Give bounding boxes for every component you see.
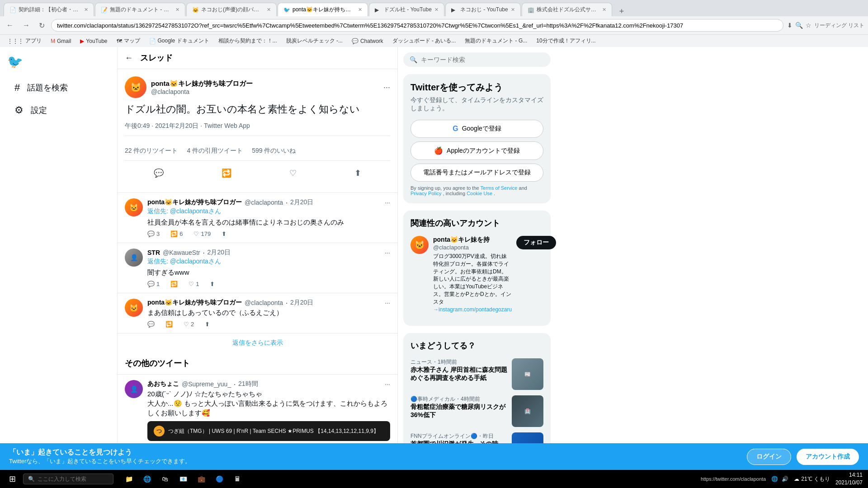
taskbar-search-input[interactable] bbox=[38, 476, 108, 482]
more-options-button[interactable]: ··· bbox=[383, 83, 390, 92]
bookmark-chatwork[interactable]: 💬 Chatwork bbox=[348, 37, 387, 45]
bookmark-dashboard[interactable]: ダッシュボード - あいる... bbox=[389, 36, 460, 46]
taskbar-search-box[interactable]: 🔍 bbox=[23, 474, 113, 484]
trend-item-1[interactable]: ニュース・1時間前 赤木雅子さん 岸田首相に森友問題めぐる再調査を求める手紙 📰 bbox=[410, 358, 543, 390]
bookmarks-bar: ⋮⋮⋮ アプリ M Gmail ▶ YouTube 🗺 マップ 📄 Google… bbox=[0, 34, 868, 47]
reply-1-like[interactable]: ♡ 179 bbox=[193, 230, 211, 237]
bookmark-label-6: 脱炭レベルチェック -... bbox=[286, 37, 343, 45]
reply-3-share[interactable]: ⬆ bbox=[205, 321, 210, 328]
reply-1-more[interactable]: ··· bbox=[385, 199, 390, 206]
instagram-link[interactable]: →instagram.com/pontadegozaru bbox=[433, 306, 512, 313]
tab-7[interactable]: 🏢 株式会社ドズル公式サイト｜クリエイ... ✕ bbox=[522, 3, 612, 16]
phone-register-button[interactable]: 電話番号またはメールアドレスで登録 bbox=[410, 164, 543, 182]
reply-3-comment[interactable]: 💬 bbox=[147, 321, 155, 328]
like-button[interactable]: ♡ bbox=[286, 164, 300, 182]
bookmark-affiliate[interactable]: 10分で作成！アフィリ... bbox=[533, 36, 599, 46]
taskbar-app-store[interactable]: 🛍 bbox=[157, 471, 173, 487]
cookie-link[interactable]: Cookie Use bbox=[467, 191, 492, 196]
start-button[interactable]: ⊞ bbox=[5, 472, 19, 486]
banner-text-area: 「いま」起きていることを見つけよう Twitterなら、「いま」起きていることを… bbox=[9, 448, 191, 465]
back-arrow-button[interactable]: ← bbox=[125, 53, 133, 63]
taskbar-app-chrome[interactable]: 🔵 bbox=[211, 471, 227, 487]
reply-1-name: ponta🐱キレ妹が持ち味ブロガー bbox=[147, 198, 242, 206]
reply-3-more[interactable]: ··· bbox=[385, 299, 390, 306]
new-tab-button[interactable]: + bbox=[615, 7, 629, 16]
tab-close-1[interactable]: ✕ bbox=[84, 7, 88, 13]
reply-1-comment[interactable]: 💬 3 bbox=[147, 230, 160, 237]
privacy-link[interactable]: Privacy Policy bbox=[410, 191, 441, 196]
sidebar-item-search[interactable]: # 話題を検索 bbox=[7, 76, 110, 99]
forward-button[interactable]: → bbox=[20, 19, 33, 31]
bookmark-notitle[interactable]: 無題のドキュメント - G... bbox=[461, 36, 531, 46]
taskbar: ⊞ 🔍 📁 🌐 🛍 📧 💼 🔵 🖩 https://twitter.com/cl… bbox=[0, 470, 868, 488]
taskbar-app-teams[interactable]: 💼 bbox=[193, 471, 209, 487]
reload-button[interactable]: ↻ bbox=[36, 19, 47, 32]
tab-close-5[interactable]: ✕ bbox=[434, 7, 439, 13]
tab-close-4[interactable]: ✕ bbox=[358, 7, 362, 13]
bookmark-label-youtube: YouTube bbox=[86, 38, 107, 44]
tab-1[interactable]: 📄 契約詳細：【初心者・主婦の方で... ✕ bbox=[4, 3, 94, 16]
back-button[interactable]: ← bbox=[4, 19, 16, 31]
reply-1-share[interactable]: ⬆ bbox=[222, 230, 226, 237]
search-input[interactable] bbox=[421, 56, 544, 63]
banner-login-button[interactable]: ログイン bbox=[747, 449, 791, 465]
address-input[interactable] bbox=[51, 19, 783, 32]
reply-2-like[interactable]: ♡ 1 bbox=[189, 281, 199, 287]
reply-1-reply-to[interactable]: 返信先: @claclapontaさん bbox=[147, 207, 390, 216]
tab-close-3[interactable]: ✕ bbox=[267, 7, 271, 13]
show-more-replies[interactable]: 返信をさらに表示 bbox=[118, 333, 397, 352]
volume-icon[interactable]: 🔊 bbox=[782, 476, 788, 482]
tab-2[interactable]: 📝 無題のドキュメント - Google ドキュメ... ✕ bbox=[95, 3, 185, 16]
twitter-logo[interactable]: 🐦 bbox=[7, 54, 110, 69]
thread-title: スレッド bbox=[140, 52, 173, 63]
other-tweet-more[interactable]: ··· bbox=[385, 380, 390, 388]
follow-button-1[interactable]: フォロー bbox=[516, 236, 556, 249]
reply-2-more[interactable]: ··· bbox=[385, 249, 390, 256]
reply-3-avatar: 🐱 bbox=[125, 299, 143, 317]
tab-close-2[interactable]: ✕ bbox=[175, 7, 179, 13]
windows-icon: ⊞ bbox=[9, 474, 16, 484]
bookmark-6[interactable]: 脱炭レベルチェック -... bbox=[283, 36, 346, 46]
retweet-button[interactable]: 🔁 bbox=[218, 164, 235, 182]
tab-close-6[interactable]: ✕ bbox=[511, 7, 515, 13]
reply-1-retweet[interactable]: 🔁 6 bbox=[170, 230, 183, 237]
network-icon[interactable]: 🌐 bbox=[771, 476, 778, 482]
comment-button[interactable]: 💬 bbox=[150, 164, 167, 182]
reply-2-reply-to[interactable]: 返信先: @claclapontaさん bbox=[147, 258, 390, 266]
tab-3[interactable]: 🐱 ネコおじ(声優)の顔パレ画像搜索？芸... ✕ bbox=[186, 3, 277, 16]
sidebar-item-settings[interactable]: ⚙ 設定 bbox=[7, 99, 110, 122]
bookmark-youtube[interactable]: ▶ YouTube bbox=[76, 37, 111, 45]
reading-list-icon[interactable]: リーディング リスト bbox=[814, 22, 864, 29]
banner-main-text: 「いま」起きていることを見つけよう bbox=[9, 448, 191, 457]
taskbar-app-calc[interactable]: 🖩 bbox=[229, 471, 245, 487]
yt-badge: つ bbox=[154, 426, 165, 436]
reply-3-retweet[interactable]: 🔁 bbox=[165, 321, 173, 328]
trend-item-2[interactable]: 🔵事時メディカル・4時間前 骨粗鬆症治療薬で糖尿病リスクが36%低下 🏥 bbox=[410, 395, 543, 427]
tab-close-7[interactable]: ✕ bbox=[602, 7, 606, 13]
bookmark-apps[interactable]: ⋮⋮⋮ アプリ bbox=[4, 36, 45, 46]
bookmark-maps[interactable]: 🗺 マップ bbox=[113, 36, 144, 46]
search-icon-addr[interactable]: 🔍 bbox=[795, 22, 803, 29]
taskbar-app-mail[interactable]: 📧 bbox=[175, 471, 191, 487]
reply-2-retweet[interactable]: 🔁 bbox=[170, 281, 178, 287]
terms-link[interactable]: Terms of Service bbox=[481, 185, 518, 191]
reply-2-comment[interactable]: 💬 1 bbox=[147, 281, 160, 287]
tab-6[interactable]: ▶ ネコおじ - YouTube ✕ bbox=[445, 3, 521, 16]
apple-register-button[interactable]: 🍎 Appleのアカウントで登録 bbox=[410, 141, 543, 160]
google-register-button[interactable]: G Googleで登録 bbox=[410, 120, 543, 138]
share-button[interactable]: ⬆ bbox=[351, 164, 365, 182]
banner-signup-button[interactable]: アカウント作成 bbox=[797, 449, 859, 465]
other-tweet-1: 👤 あおちょこ @Supreme_yuu_ · 21時間 ··· 20歳(´ᵕ`… bbox=[118, 375, 397, 447]
taskbar-app-edge[interactable]: 🌐 bbox=[139, 471, 155, 487]
bookmark-gmail[interactable]: M Gmail bbox=[47, 37, 75, 45]
download-icon[interactable]: ⬇ bbox=[787, 22, 793, 29]
tab-4[interactable]: 🐦 ponta🐱キレ妹が持ち味ブロガー-2... ✕ bbox=[278, 3, 368, 16]
taskbar-app-explorer[interactable]: 📁 bbox=[121, 471, 137, 487]
reply-3-like[interactable]: ♡ 2 bbox=[184, 321, 194, 328]
star-icon[interactable]: ☆ bbox=[806, 22, 811, 29]
bookmark-gdocs[interactable]: 📄 Google ドキュメント bbox=[146, 36, 213, 46]
bookmark-5[interactable]: 相談から契約まで：！... bbox=[215, 36, 281, 46]
tab-5[interactable]: ▶ ドズル社 - YouTube ✕ bbox=[369, 3, 444, 16]
reply-2-share[interactable]: ⬆ bbox=[210, 281, 215, 287]
search-box[interactable]: 🔍 bbox=[403, 52, 551, 67]
